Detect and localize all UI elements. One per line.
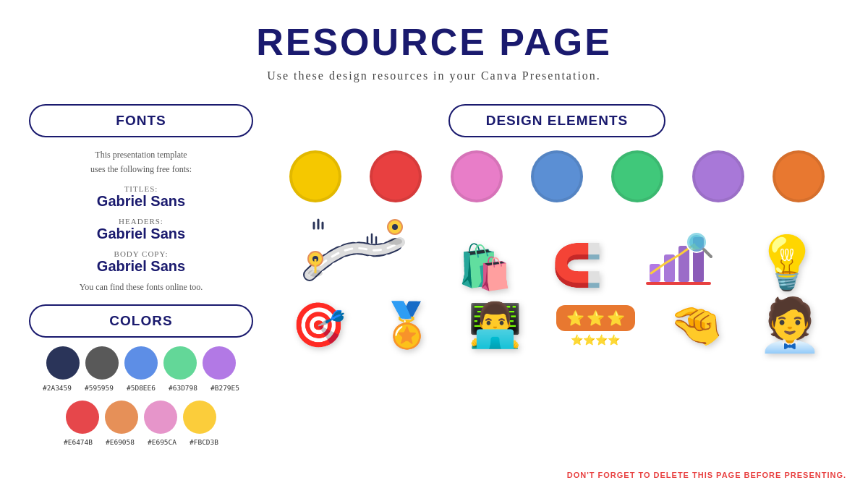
support-icon: 👨‍💻 (468, 304, 522, 347)
svg-line-20 (704, 249, 711, 257)
circle-orange (773, 150, 825, 202)
swatch-pink (144, 401, 177, 434)
fonts-info: This presentation template uses the foll… (29, 147, 253, 177)
color-label-gray: #595959 (80, 384, 119, 392)
rating-section: ⭐⭐⭐ ⭐⭐⭐⭐ (556, 305, 635, 346)
colors-section: COLORS #2A3459 #595959 #5D8EE6 #63D798 #… (29, 304, 253, 446)
magnet-icon: 🧲 (552, 241, 603, 289)
target-icon: 🎯 (292, 304, 346, 347)
color-label-green: #63D798 (163, 384, 203, 392)
color-label-red: #E6474B (59, 438, 98, 446)
color-label-yellow: #FBCD3B (184, 438, 224, 446)
design-elements-header: DESIGN ELEMENTS (275, 104, 839, 137)
circle-blue (531, 150, 583, 202)
fonts-intro: This presentation template uses the foll… (29, 147, 253, 177)
swatch-purple (203, 346, 236, 380)
headers-label: HEADERS: (29, 217, 253, 226)
color-label-blue: #5D8EE6 (122, 384, 161, 392)
left-panel: FONTS This presentation template uses th… (29, 104, 253, 446)
icons-grid: 🛍️ 🧲 (275, 150, 839, 351)
hand-icon: 🤏 (669, 304, 723, 347)
circle-red (370, 150, 422, 202)
fonts-label: FONTS (116, 113, 166, 128)
circle-green (611, 150, 663, 202)
swatch-yellow (183, 401, 216, 434)
circles-row (275, 150, 839, 202)
svg-rect-12 (646, 282, 711, 285)
chart-icon (642, 224, 715, 289)
main-content: FONTS This presentation template uses th… (0, 90, 868, 446)
icons-row3: 🎯 🏅 👨‍💻 ⭐⭐⭐ ⭐⭐⭐⭐ 🤏 🧑‍💼 (275, 299, 839, 351)
svg-point-19 (689, 235, 704, 249)
rating-stars-small: ⭐⭐⭐⭐ (571, 334, 620, 346)
color-labels-row1: #2A3459 #595959 #5D8EE6 #63D798 #B279E5 (29, 384, 253, 392)
swatch-navy (46, 346, 80, 380)
swatch-blue (124, 346, 158, 380)
titles-label: TITLES: (29, 184, 253, 193)
colors-box: COLORS (29, 304, 253, 338)
swatches-row2 (29, 401, 253, 434)
road-icon (295, 210, 418, 289)
page-title: RESOURCE PAGE (0, 0, 868, 64)
right-panel: DESIGN ELEMENTS (275, 104, 839, 446)
swatch-orange (105, 401, 138, 434)
circle-pink (451, 150, 503, 202)
colors-label: COLORS (109, 313, 172, 328)
circle-yellow (289, 150, 341, 202)
person-thumbsup-icon: 🧑‍💼 (757, 299, 822, 351)
swatches-row1 (29, 346, 253, 380)
design-elements-label: DESIGN ELEMENTS (486, 113, 629, 128)
design-elements-box: DESIGN ELEMENTS (448, 104, 666, 137)
color-label-orange: #E69058 (101, 438, 140, 446)
titles-font: Gabriel Sans (29, 193, 253, 210)
icons-row2: 🛍️ 🧲 (275, 210, 839, 289)
body-font: Gabriel Sans (29, 258, 253, 275)
swatch-green (163, 346, 197, 380)
color-labels-row2: #E6474B #E69058 #E695CA #FBCD3B (29, 438, 253, 446)
medal-icon: 🏅 (380, 304, 434, 347)
swatch-red (66, 401, 99, 434)
body-label: BODY COPY: (29, 249, 253, 258)
footer-note: DON'T FORGET TO DELETE THIS PAGE BEFORE … (567, 471, 846, 479)
color-label-navy: #2A3459 (38, 384, 77, 392)
color-label-pink: #E695CA (142, 438, 182, 446)
circle-purple (692, 150, 744, 202)
fonts-box: FONTS (29, 104, 253, 137)
page-subtitle: Use these design resources in your Canva… (0, 69, 868, 82)
headers-font: Gabriel Sans (29, 226, 253, 242)
swatch-gray (85, 346, 119, 380)
lightbulb-icon: 💡 (754, 237, 820, 289)
fonts-note: You can find these fonts online too. (29, 282, 253, 293)
color-label-purple: #B279E5 (205, 384, 244, 392)
stars-badge: ⭐⭐⭐ (556, 305, 635, 331)
shopping-bags-icon: 🛍️ (458, 246, 512, 289)
